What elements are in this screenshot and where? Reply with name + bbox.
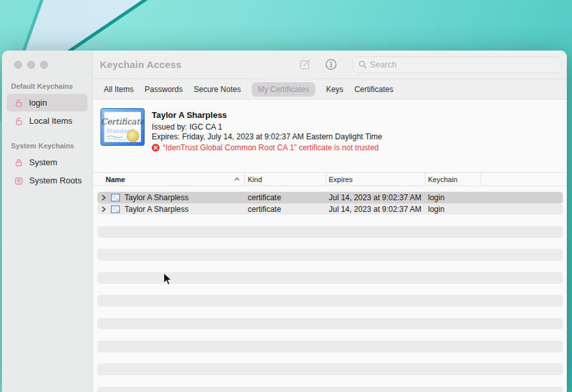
unlocked-padlock-icon <box>14 117 23 126</box>
traffic-lights <box>14 61 92 69</box>
certificate-name: Taylor A Sharpless <box>152 110 382 120</box>
empty-row <box>97 284 563 295</box>
toolbar: Keychain Access <box>93 51 567 79</box>
empty-row <box>97 329 563 341</box>
sidebar-item-login[interactable]: login <box>6 94 88 111</box>
table-row[interactable]: Taylor A Sharpless certificate Jul 14, 2… <box>97 192 563 203</box>
empty-row <box>97 341 563 352</box>
table-row[interactable]: Taylor A Sharpless certificate Jul 14, 2… <box>97 203 563 215</box>
tab-passwords[interactable]: Passwords <box>145 85 183 94</box>
certificate-icon-text: Certificate <box>101 117 145 126</box>
tab-certificates[interactable]: Certificates <box>354 85 393 94</box>
column-header-expires[interactable]: Expires <box>326 173 425 185</box>
search-icon <box>359 60 366 69</box>
search-field[interactable] <box>353 56 562 73</box>
column-header-name[interactable]: Name <box>97 173 245 185</box>
sidebar: Default Keychains login Local Items Syst… <box>2 51 93 392</box>
certificate-trust-warning-text: “IdenTrust Global Common Root CA 1” cert… <box>163 143 379 152</box>
empty-row <box>97 295 563 306</box>
sidebar-item-system-roots[interactable]: System Roots <box>6 172 88 189</box>
empty-row <box>97 318 563 330</box>
table-header: Name Kind Expires Keychain <box>93 172 567 186</box>
certificate-issued-by: Issued by: IGC CA 1 <box>152 122 382 132</box>
sidebar-item-label: login <box>29 98 47 108</box>
sidebar-item-label: System <box>29 157 57 167</box>
empty-row <box>97 387 563 392</box>
minimize-button[interactable] <box>27 61 35 69</box>
zoom-button[interactable] <box>40 61 48 69</box>
empty-row <box>97 306 563 318</box>
column-header-filler <box>481 173 563 185</box>
empty-row <box>97 226 563 238</box>
column-header-keychain[interactable]: Keychain <box>425 173 481 185</box>
keychain-access-window: Default Keychains login Local Items Syst… <box>2 51 567 392</box>
certificate-mini-icon <box>111 194 120 202</box>
sidebar-section-system-keychains: System Keychains <box>11 142 92 150</box>
search-input[interactable] <box>370 60 556 69</box>
certificate-trust-warning: “IdenTrust Global Common Root CA 1” cert… <box>152 143 382 152</box>
certificate-expires: Expires: Friday, July 14, 2023 at 9:02:3… <box>152 132 382 142</box>
category-tabbar: All Items Passwords Secure Notes My Cert… <box>93 79 567 100</box>
sort-ascending-icon <box>234 176 240 182</box>
main-panel: Keychain Access <box>93 51 567 392</box>
empty-row <box>97 260 563 272</box>
unlocked-padlock-icon <box>14 98 23 108</box>
tab-all-items[interactable]: All Items <box>104 85 134 94</box>
certificate-summary: Certificate Standard Taylor A Sharpless … <box>93 100 567 172</box>
sidebar-item-label: System Roots <box>29 176 82 185</box>
empty-row <box>97 214 563 226</box>
sidebar-item-label: Local Items <box>29 116 72 126</box>
certificate-mini-icon <box>111 205 120 213</box>
edit-compose-icon[interactable] <box>300 58 312 71</box>
disclosure-chevron-icon[interactable] <box>101 194 106 201</box>
tab-keys[interactable]: Keys <box>326 85 344 94</box>
sidebar-item-system[interactable]: System <box>6 154 88 171</box>
certificate-list: Taylor A Sharpless certificate Jul 14, 2… <box>93 186 567 392</box>
empty-row <box>97 272 563 284</box>
tab-my-certificates[interactable]: My Certificates <box>252 82 315 97</box>
system-roots-safe-icon <box>14 176 23 185</box>
sidebar-item-local-items[interactable]: Local Items <box>6 112 88 130</box>
sidebar-section-default-keychains: Default Keychains <box>11 82 92 90</box>
tab-secure-notes[interactable]: Secure Notes <box>194 85 241 94</box>
window-title: Keychain Access <box>100 59 182 70</box>
empty-row <box>97 238 563 249</box>
locked-padlock-icon <box>14 158 23 167</box>
empty-row <box>97 352 563 364</box>
disclosure-chevron-icon[interactable] <box>101 206 106 213</box>
empty-row <box>97 249 563 260</box>
not-trusted-icon <box>152 144 160 152</box>
info-icon[interactable] <box>325 58 337 71</box>
empty-row <box>97 375 563 387</box>
certificate-large-icon: Certificate Standard <box>101 108 145 146</box>
column-header-kind[interactable]: Kind <box>245 173 326 185</box>
close-button[interactable] <box>14 61 22 69</box>
empty-row <box>97 363 563 375</box>
